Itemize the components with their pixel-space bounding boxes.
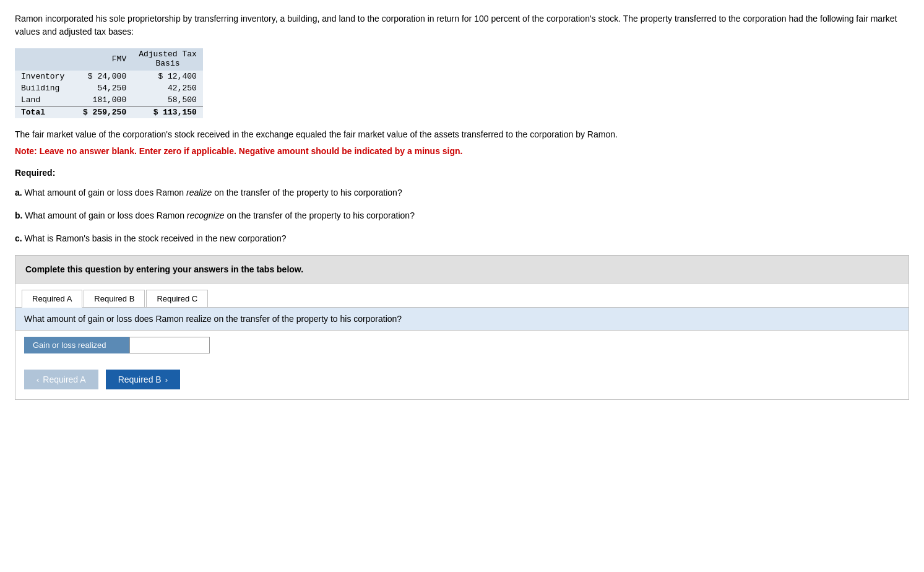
answer-row: Gain or loss realized [15, 331, 909, 360]
question-a: a. What amount of gain or loss does Ramo… [15, 186, 909, 199]
gain-or-loss-input[interactable] [129, 337, 210, 353]
question-b: b. What amount of gain or loss does Ramo… [15, 209, 909, 222]
fair-market-text: The fair market value of the corporation… [15, 128, 909, 141]
table-row: Inventory $ 24,000 $ 12,400 [15, 71, 203, 82]
chevron-left-icon: ‹ [37, 375, 39, 384]
tab-required-c[interactable]: Required C [146, 290, 208, 307]
property-table: FMV Adjusted TaxBasis Inventory $ 24,000… [15, 48, 203, 118]
tab-question-text: What amount of gain or loss does Ramon r… [15, 308, 909, 331]
tabs-container: Required A Required B Required C What am… [15, 284, 909, 400]
tab-required-b[interactable]: Required B [84, 290, 145, 307]
next-button-label: Required B [118, 375, 162, 384]
fmv-header: FMV [71, 48, 132, 71]
note-text: Note: Leave no answer blank. Enter zero … [15, 145, 909, 158]
table-row: Land 181,000 58,500 [15, 94, 203, 106]
intro-text: Ramon incorporated his sole proprietorsh… [15, 12, 909, 38]
complete-box: Complete this question by entering your … [15, 255, 909, 284]
nav-buttons: ‹ Required A Required B › [15, 360, 909, 399]
gain-or-loss-label: Gain or loss realized [24, 337, 129, 353]
total-row: Total $ 259,250 $ 113,150 [15, 106, 203, 119]
tab-required-a[interactable]: Required A [22, 290, 82, 308]
question-c: c. What is Ramon's basis in the stock re… [15, 232, 909, 245]
table-row: Building 54,250 42,250 [15, 82, 203, 94]
chevron-right-icon: › [165, 375, 168, 384]
required-label: Required: [15, 168, 909, 178]
tabs-row: Required A Required B Required C [15, 284, 909, 308]
prev-required-a-button[interactable]: ‹ Required A [24, 370, 98, 389]
next-required-b-button[interactable]: Required B › [106, 370, 180, 389]
prev-button-label: Required A [43, 375, 85, 384]
adj-tax-header: Adjusted TaxBasis [132, 48, 203, 71]
